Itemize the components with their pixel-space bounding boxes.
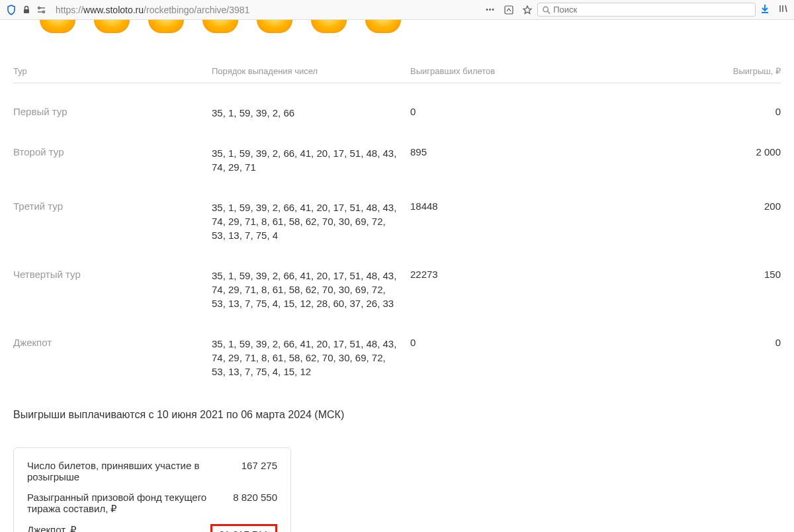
numbers: 35, 1, 59, 39, 2, 66, 41, 20, 17, 51, 48… [212, 337, 410, 378]
summary-row: Число билетов, принявших участие в розыг… [27, 460, 277, 482]
table-row: Второй тур 35, 1, 59, 39, 2, 66, 41, 20,… [13, 133, 781, 187]
tour-name: Третий тур [13, 200, 212, 212]
coin-icon [40, 20, 75, 33]
summary-label: Число билетов, принявших участие в розыг… [27, 460, 228, 482]
svg-rect-0 [24, 9, 29, 13]
payout-info: Выигрыши выплачиваются с 10 июня 2021 по… [13, 409, 781, 421]
shield-icon[interactable] [5, 4, 17, 16]
summary-label: Джекпот, ₽ [27, 524, 197, 532]
summary-value: 8 820 550 [233, 492, 277, 503]
svg-line-12 [785, 5, 787, 12]
prize-amount: 200 [615, 200, 781, 212]
permissions-icon[interactable] [36, 4, 48, 16]
winning-tickets: 0 [410, 106, 615, 117]
page-content: Тур Порядок выпадения чисел Выигравших б… [0, 20, 794, 532]
more-actions-icon[interactable] [484, 4, 496, 16]
url-protocol: https:// [56, 5, 83, 15]
summary-box: Число билетов, принявших участие в розыг… [13, 447, 291, 532]
winning-tickets: 22273 [410, 269, 615, 280]
coin-icon [257, 20, 292, 33]
numbers: 35, 1, 59, 39, 2, 66, 41, 20, 17, 51, 48… [212, 200, 410, 242]
table-header: Тур Порядок выпадения чисел Выигравших б… [13, 66, 781, 83]
search-icon [542, 5, 551, 15]
winning-tickets: 18448 [410, 200, 615, 212]
jackpot-highlight: 21 217 711 [210, 524, 277, 532]
coin-icon [202, 20, 238, 33]
url-domain: www.stoloto.ru [83, 5, 144, 15]
table-body: Первый тур 35, 1, 59, 39, 2, 66 0 0 Втор… [13, 83, 781, 392]
header-order: Порядок выпадения чисел [212, 66, 410, 76]
coin-icon [311, 20, 347, 33]
svg-point-6 [543, 7, 549, 12]
summary-label: Разыгранный призовой фонд текущего тираж… [27, 492, 220, 515]
coin-icon [365, 20, 401, 33]
bookmark-star-icon[interactable] [521, 4, 533, 16]
header-tour: Тур [13, 66, 212, 76]
url-bar[interactable]: https://www.stoloto.ru/rocketbingo/archi… [52, 3, 480, 17]
svg-line-7 [548, 11, 551, 13]
summary-row: Разыгранный призовой фонд текущего тираж… [27, 492, 277, 515]
prize-amount: 150 [615, 269, 781, 280]
tour-name: Второй тур [13, 146, 212, 157]
table-row: Четвертый тур 35, 1, 59, 39, 2, 66, 41, … [13, 255, 781, 324]
search-box[interactable] [537, 3, 756, 17]
page-actions [484, 4, 533, 16]
numbers: 35, 1, 59, 39, 2, 66, 41, 20, 17, 51, 48… [212, 146, 410, 174]
tour-name: Джекпот [13, 337, 212, 348]
header-prize: Выигрыш, ₽ [615, 66, 781, 76]
coin-icon [94, 20, 130, 33]
table-row: Джекпот 35, 1, 59, 39, 2, 66, 41, 20, 17… [13, 324, 781, 392]
browser-right-icons [760, 3, 789, 16]
svg-point-3 [43, 11, 45, 13]
svg-rect-5 [505, 6, 513, 14]
tour-name: Первый тур [13, 106, 212, 117]
winning-tickets: 895 [410, 146, 615, 157]
table-row: Первый тур 35, 1, 59, 39, 2, 66 0 0 [13, 93, 781, 133]
table-row: Третий тур 35, 1, 59, 39, 2, 66, 41, 20,… [13, 187, 781, 255]
tour-name: Четвертый тур [13, 269, 212, 280]
header-tickets: Выигравших билетов [410, 66, 615, 76]
lock-icon[interactable] [21, 5, 32, 15]
reader-mode-icon[interactable] [503, 4, 515, 16]
summary-value-jackpot: 21 217 711 [210, 524, 277, 532]
prize-amount: 0 [615, 106, 781, 117]
summary-value: 167 275 [242, 460, 277, 471]
prize-amount: 0 [615, 337, 781, 348]
prize-amount: 2 000 [615, 146, 781, 157]
numbers: 35, 1, 59, 39, 2, 66 [212, 106, 410, 120]
browser-address-bar: https://www.stoloto.ru/rocketbingo/archi… [0, 0, 794, 20]
summary-row: Джекпот, ₽ 21 217 711 [27, 524, 277, 532]
results-table: Тур Порядок выпадения чисел Выигравших б… [13, 66, 781, 392]
url-path: /rocketbingo/archive/3981 [144, 5, 249, 15]
downloads-icon[interactable] [760, 3, 770, 16]
coin-icon [148, 20, 184, 33]
svg-point-1 [38, 7, 40, 9]
numbers: 35, 1, 59, 39, 2, 66, 41, 20, 17, 51, 48… [212, 269, 410, 310]
winning-tickets: 0 [410, 337, 615, 348]
library-icon[interactable] [778, 3, 789, 16]
search-input[interactable] [553, 5, 751, 15]
coins-row [13, 20, 781, 46]
